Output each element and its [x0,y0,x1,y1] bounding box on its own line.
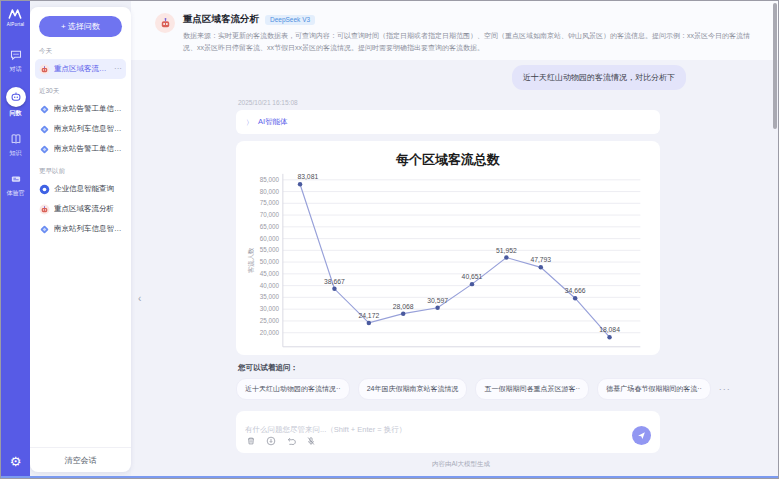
svg-text:35,000: 35,000 [260,294,280,301]
svg-text:40,651: 40,651 [462,273,483,280]
svg-text:18,084: 18,084 [599,326,620,333]
logo-text: AIPortal [7,22,25,27]
sidebar-collapse-handle[interactable]: ‹ [138,293,141,304]
svg-text:51,952: 51,952 [496,247,517,254]
conversation-item-label: 重点区域客流分析 [54,204,122,214]
sidebar-section-title: 更早以前 [39,167,122,176]
sidebar-section-title: 近30天 [39,87,122,96]
conversation-item-label: 重点区域客流分析 [54,64,110,74]
rail-item-label: 问数 [10,109,22,118]
conversation-sidebar: + 选择问数 今天重点区域客流分析···近30天南京站告警工单信息查询南京站列车… [30,7,131,472]
followup-chip[interactable]: 近十天红山动物园的客流情况·· [236,378,350,400]
conversation-item-label: 南京站告警工单信息查询 [54,144,122,154]
diamond-icon [39,144,50,155]
chat-bubble-icon [8,47,24,63]
mic-off-icon[interactable] [306,436,316,446]
rail-item-chat-bubble[interactable]: 对话 [8,47,24,74]
paper-plane-icon [637,431,646,440]
followup-label: 您可以试着追问： [238,363,686,373]
sidebar-conversation-item[interactable]: 南京站列车信息智能查询 [35,219,126,239]
clear-session-button[interactable]: 清空会话 [30,447,131,472]
chart-title: 每个区域客流总数 [244,151,652,169]
user-message-bubble: 近十天红山动物园的客流情况，对比分析下 [512,65,686,90]
rail-item-knowledge-book[interactable]: 知识 [8,131,24,158]
send-button[interactable] [632,426,651,445]
agent-description: 数据来源：实时更新的客流数据表，可查询内容：可以查询时间（指定日期或者指定日期范… [183,30,758,53]
agent-avatar-icon [39,64,50,75]
svg-text:40,000: 40,000 [260,282,280,289]
conversation-item-label: 南京站列车信息智能查询 [54,124,122,134]
download-icon[interactable] [266,436,276,446]
message-input[interactable] [245,425,590,434]
experience-badge-icon [8,171,24,187]
app-window: AIPortal 对话问数知识体验官 ⚙ + 选择问数 今天重点区域客流分析··… [0,0,779,479]
app-logo: AIPortal [7,8,25,27]
svg-text:47,793: 47,793 [530,257,551,264]
rail-item-experience-badge[interactable]: 体验官 [7,171,25,198]
conversation-item-label: 南京站列车信息智能查询 [54,224,122,234]
chat-column: 近十天红山动物园的客流情况，对比分析下 2025/10/21 16:15:08 … [236,65,686,469]
user-message-row: 近十天红山动物园的客流情况，对比分析下 [236,65,686,90]
svg-text:20,000: 20,000 [260,329,280,336]
svg-text:25,000: 25,000 [260,317,280,324]
sidebar-conversation-item[interactable]: 南京站列车信息智能查询 [35,119,126,139]
sidebar-conversation-item[interactable]: 企业信息智能查询 [35,179,126,199]
rail-item-label: 体验官 [7,189,25,198]
followup-chip[interactable]: 五一假期期间各重点景区游客·· [475,378,589,400]
svg-text:客流人数: 客流人数 [247,247,255,273]
agent-info: 重点区域客流分析 DeepSeek V3 数据来源：实时更新的客流数据表，可查询… [183,13,758,53]
svg-text:28,068: 28,068 [393,303,414,310]
svg-text:45,000: 45,000 [260,270,280,277]
agent-title: 重点区域客流分析 [183,13,259,26]
scrollbar-thumb[interactable] [773,3,777,129]
diamond-icon [39,124,50,135]
item-more-menu-icon[interactable]: ··· [114,65,122,73]
logo-icon [8,8,22,20]
agent-title-row: 重点区域客流分析 DeepSeek V3 [183,13,758,26]
conversation-item-label: 企业信息智能查询 [54,184,122,194]
window-bottom-edge [1,476,778,478]
rail-item-ask-data[interactable]: 问数 [6,87,26,118]
robot-icon [159,17,172,30]
followup-chip[interactable]: 24年国庆假期南京站客流情况 [358,378,468,400]
sidebar-conversation-item[interactable]: 南京站告警工单信息查询 [35,99,126,119]
chevron-right-icon: 〉 [246,119,253,126]
chat-area: 近十天红山动物园的客流情况，对比分析下 2025/10/21 16:15:08 … [131,60,778,478]
svg-text:55,000: 55,000 [260,247,280,254]
conversation-item-label: 南京站告警工单信息查询 [54,104,122,114]
input-toolbar [246,436,316,446]
followup-chip[interactable]: 德基广场春节假期期间的客流·· [597,378,711,400]
agent-header: 重点区域客流分析 DeepSeek V3 数据来源：实时更新的客流数据表，可查询… [131,1,778,60]
message-input-card [236,411,660,453]
ask-data-icon [6,87,26,107]
sidebar-section-title: 今天 [39,47,122,56]
rail-nav: 对话问数知识体验官 [6,47,26,455]
svg-text:34,666: 34,666 [565,287,586,294]
settings-gear-icon[interactable]: ⚙ [10,455,22,468]
svg-text:30,000: 30,000 [260,305,280,312]
undo-icon[interactable] [286,436,296,446]
model-badge: DeepSeek V3 [265,15,315,25]
app-circle-icon [39,184,50,195]
sidebar-conversation-item[interactable]: 南京站告警工单信息查询 [35,139,126,159]
ai-disclaimer: 内容由AI大模型生成 [236,460,686,469]
sidebar-conversation-item[interactable]: 重点区域客流分析 [35,199,126,219]
agent-steps-label: AI智能体 [258,117,288,127]
conversation-list: 今天重点区域客流分析···近30天南京站告警工单信息查询南京站列车信息智能查询南… [30,39,131,447]
svg-text:65,000: 65,000 [260,223,280,230]
agent-steps-collapse[interactable]: 〉 AI智能体 [236,110,660,134]
svg-text:70,000: 70,000 [260,211,280,218]
knowledge-book-icon [8,131,24,147]
rail-item-label: 知识 [10,149,22,158]
more-chips-button[interactable]: ··· [719,384,731,394]
new-question-button[interactable]: + 选择问数 [39,16,122,37]
sidebar-conversation-item[interactable]: 重点区域客流分析··· [35,59,126,79]
agent-avatar-icon [39,204,50,215]
svg-text:30,597: 30,597 [427,297,448,304]
main-area: 重点区域客流分析 DeepSeek V3 数据来源：实时更新的客流数据表，可查询… [131,1,778,478]
diamond-icon [39,104,50,115]
svg-text:50,000: 50,000 [260,258,280,265]
rail-item-label: 对话 [10,65,22,74]
svg-text:83,081: 83,081 [297,174,318,181]
delete-icon[interactable] [246,436,256,446]
